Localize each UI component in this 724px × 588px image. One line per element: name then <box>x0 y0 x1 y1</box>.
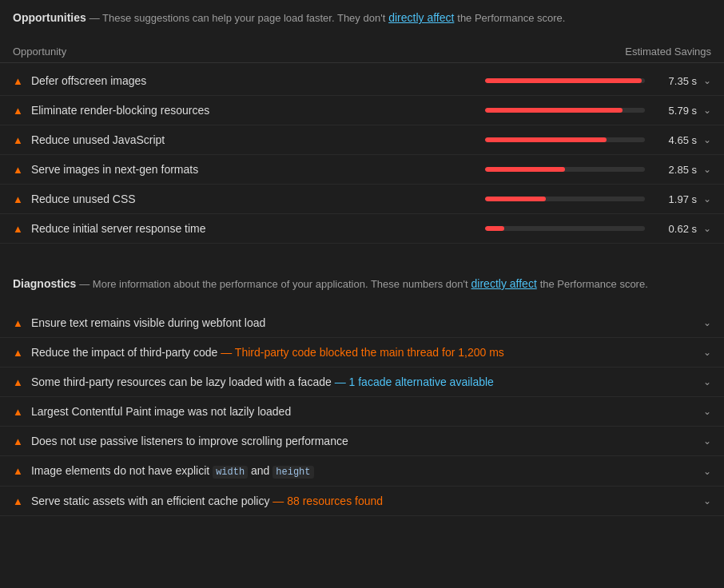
warning-icon: ▲ <box>13 75 23 87</box>
opportunity-label: Reduce unused CSS <box>31 193 485 205</box>
diag-label: Serve static assets with an efficient ca… <box>31 495 697 507</box>
diagnostic-row[interactable]: ▲ Ensure text remains visible during web… <box>0 308 724 338</box>
warning-icon: ▲ <box>13 317 23 329</box>
warning-icon: ▲ <box>13 465 23 477</box>
diag-extra: — 88 resources found <box>272 495 383 507</box>
opportunity-label: Reduce unused JavaScript <box>31 133 485 146</box>
savings-value: 0.62 s <box>653 223 697 235</box>
diagnostics-section: Diagnostics — More information about the… <box>0 260 724 308</box>
chevron-icon[interactable]: ⌄ <box>703 75 711 86</box>
diag-label: Does not use passive listeners to improv… <box>31 435 697 447</box>
bar-fill <box>485 78 642 83</box>
chevron-icon[interactable]: ⌄ <box>703 376 711 387</box>
opportunity-row[interactable]: ▲ Reduce initial server response time 0.… <box>0 214 724 244</box>
chevron-icon[interactable]: ⌄ <box>703 134 711 145</box>
opportunity-rows-container: ▲ Defer offscreen images 7.35 s ⌄ ▲ Elim… <box>0 66 724 244</box>
diagnostic-row[interactable]: ▲ Some third-party resources can be lazy… <box>0 368 724 397</box>
chevron-icon[interactable]: ⌄ <box>703 466 711 477</box>
bar-container: 0.62 s <box>485 223 697 235</box>
bar-fill <box>485 167 565 172</box>
diagnostic-row[interactable]: ▲ Does not use passive listeners to impr… <box>0 427 724 456</box>
savings-value: 1.97 s <box>653 193 697 205</box>
diagnostics-header: Diagnostics — More information about the… <box>13 276 711 292</box>
opportunities-desc2: the Performance score. <box>457 12 565 24</box>
table-header: Opportunity Estimated Savings <box>0 42 724 63</box>
diag-label: Image elements do not have explicit widt… <box>31 464 697 478</box>
opportunities-header: Opportunities — These suggestions can he… <box>13 10 711 26</box>
bar-fill <box>485 137 607 142</box>
bar-container: 5.79 s <box>485 105 697 117</box>
bar-container: 7.35 s <box>485 75 697 87</box>
diagnostics-link[interactable]: directly affect <box>471 277 537 290</box>
savings-bar <box>485 78 645 83</box>
opportunities-title: Opportunities <box>13 11 86 24</box>
savings-value: 2.85 s <box>653 164 697 176</box>
bar-fill <box>485 197 546 201</box>
chevron-icon[interactable]: ⌄ <box>703 347 711 358</box>
warning-icon: ▲ <box>13 193 23 205</box>
opportunity-row[interactable]: ▲ Serve images in next-gen formats 2.85 … <box>0 155 724 185</box>
opportunity-label: Serve images in next-gen formats <box>31 163 485 176</box>
diagnostic-row[interactable]: ▲ Serve static assets with an efficient … <box>0 487 724 516</box>
bar-container: 4.65 s <box>485 134 697 146</box>
bar-fill <box>485 226 504 231</box>
col-savings: Estimated Savings <box>625 46 711 58</box>
chevron-icon[interactable]: ⌄ <box>703 317 711 328</box>
diagnostic-rows-container: ▲ Ensure text remains visible during web… <box>0 308 724 516</box>
diag-label: Ensure text remains visible during webfo… <box>31 316 697 329</box>
opportunity-row[interactable]: ▲ Reduce unused JavaScript 4.65 s ⌄ <box>0 125 724 155</box>
warning-icon: ▲ <box>13 105 23 117</box>
warning-icon: ▲ <box>13 164 23 176</box>
diagnostics-desc: — More information about the performance… <box>79 278 467 290</box>
col-opportunity: Opportunity <box>13 46 66 58</box>
diagnostics-title: Diagnostics <box>13 277 76 290</box>
warning-icon: ▲ <box>13 223 23 235</box>
savings-bar <box>485 108 645 113</box>
warning-icon: ▲ <box>13 376 23 388</box>
bar-container: 1.97 s <box>485 193 697 205</box>
warning-icon: ▲ <box>13 495 23 507</box>
chevron-icon[interactable]: ⌄ <box>703 105 711 116</box>
diag-extra: — 1 facade alternative available <box>335 375 494 388</box>
savings-bar <box>485 137 645 142</box>
chevron-icon[interactable]: ⌄ <box>703 164 711 175</box>
opportunity-row[interactable]: ▲ Eliminate render-blocking resources 5.… <box>0 96 724 125</box>
chevron-icon[interactable]: ⌄ <box>703 223 711 234</box>
opportunities-section: Opportunities — These suggestions can he… <box>0 0 724 42</box>
opportunity-row[interactable]: ▲ Reduce unused CSS 1.97 s ⌄ <box>0 185 724 214</box>
savings-bar <box>485 226 645 231</box>
bar-container: 2.85 s <box>485 164 697 176</box>
opportunities-link[interactable]: directly affect <box>388 11 454 24</box>
opportunity-label: Eliminate render-blocking resources <box>31 104 485 117</box>
diag-label: Some third-party resources can be lazy l… <box>31 375 697 388</box>
savings-value: 4.65 s <box>653 134 697 146</box>
opportunities-desc: — These suggestions can help your page l… <box>90 12 386 24</box>
diagnostic-row[interactable]: ▲ Largest Contentful Paint image was not… <box>0 397 724 427</box>
warning-icon: ▲ <box>13 134 23 146</box>
code-height: height <box>272 466 313 479</box>
bar-fill <box>485 108 623 113</box>
chevron-icon[interactable]: ⌄ <box>703 435 711 447</box>
diag-label: Largest Contentful Paint image was not l… <box>31 405 697 418</box>
savings-bar <box>485 197 645 201</box>
opportunity-row[interactable]: ▲ Defer offscreen images 7.35 s ⌄ <box>0 66 724 96</box>
warning-icon: ▲ <box>13 347 23 359</box>
opportunity-label: Defer offscreen images <box>31 74 485 87</box>
savings-bar <box>485 167 645 172</box>
chevron-icon[interactable]: ⌄ <box>703 406 711 417</box>
savings-value: 7.35 s <box>653 75 697 87</box>
diagnostic-row[interactable]: ▲ Reduce the impact of third-party code … <box>0 338 724 368</box>
code-width: width <box>213 466 248 479</box>
opportunity-label: Reduce initial server response time <box>31 222 485 235</box>
warning-icon: ▲ <box>13 435 23 447</box>
chevron-icon[interactable]: ⌄ <box>703 495 711 507</box>
chevron-icon[interactable]: ⌄ <box>703 193 711 205</box>
diagnostics-desc2: the Performance score. <box>540 278 648 290</box>
savings-value: 5.79 s <box>653 105 697 117</box>
diagnostic-row[interactable]: ▲ Image elements do not have explicit wi… <box>0 456 724 487</box>
diag-label: Reduce the impact of third-party code — … <box>31 346 697 359</box>
diag-extra: — Third-party code blocked the main thre… <box>221 346 504 359</box>
warning-icon: ▲ <box>13 406 23 418</box>
